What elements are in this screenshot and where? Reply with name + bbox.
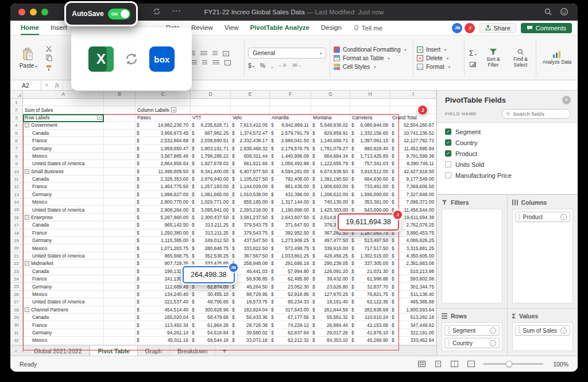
autosum-button[interactable]: Σ▾ [469,49,476,57]
grid-cell[interactable]: $513,497.50 [350,237,390,244]
sheet-tab-breakdown[interactable]: Breakdown [170,346,216,356]
grid-cell[interactable] [191,99,231,106]
column-header-a[interactable]: A [23,91,104,98]
grid-cell[interactable] [23,99,104,106]
comma-format-button[interactable]: , [271,62,273,69]
grid-cell[interactable]: $41,876.10 [350,329,390,337]
grid-cell[interactable] [104,198,136,206]
grid-cell[interactable]: $1,144,029.00 [231,183,270,190]
grid-cell[interactable]: $23,626.80 [311,283,350,290]
grid-cell[interactable]: Germany [23,237,104,244]
row-header-12[interactable]: 12 [10,183,22,190]
grid-cell[interactable]: $9,942,899.11 [270,122,311,129]
grid-cell[interactable]: $1,250,380.00 [136,229,191,237]
grid-cell[interactable]: $112,689.45 [136,283,191,290]
grid-cell[interactable]: $2,908,284.00 [136,206,191,213]
grid-cell[interactable]: Amarilla [270,114,311,122]
column-header-f[interactable]: F [270,91,311,98]
grid-cell[interactable]: $1,713,425.85 [350,153,390,160]
grid-cell[interactable]: $1,791,079.27 [311,145,350,152]
grid-cell[interactable]: $40,269.90 [350,337,390,344]
grid-cell[interactable] [104,306,136,314]
grid-cell[interactable]: $127,970.25 [311,291,350,298]
grid-cell[interactable]: $661,621.65 [231,160,270,167]
grid-cell[interactable]: $1,273,906.25 [270,237,311,244]
align-right-icon[interactable] [212,60,219,65]
grid-cell[interactable]: $4,086,826.25 [390,237,436,244]
grid-cell[interactable] [104,206,136,213]
grid-cell[interactable]: $907,729.35 [136,260,191,267]
checkbox-icon[interactable] [445,161,451,167]
grid-cell[interactable]: $1,056,492.98 [270,160,311,167]
grid-cell[interactable]: VTT [191,114,231,122]
grid-cell[interactable] [104,191,136,198]
grid-cell[interactable]: $7,813,422.05 [231,122,270,129]
page-break-view-icon[interactable] [451,361,458,367]
grid-cell[interactable]: $337,305.00 [350,260,390,267]
row-header-10[interactable]: 10 [10,168,22,176]
normal-view-icon[interactable] [418,361,425,367]
grid-cell[interactable]: $134,240.40 [136,291,191,298]
grid-cell[interactable] [104,153,136,160]
select-all-corner[interactable] [10,91,23,98]
zoom-level[interactable]: 100% [551,361,568,368]
grid-cell[interactable]: $1,257,183.00 [191,183,231,190]
add-sheet-button[interactable]: + [215,346,233,356]
grid-cell[interactable]: $33,072.18 [231,337,270,344]
grid-cell[interactable]: France [23,183,104,190]
column-header-c[interactable]: C [136,91,191,98]
grid-cell[interactable]: $347,449.62 [390,321,436,329]
grid-cell[interactable]: $25,112.10 [231,345,270,346]
grid-cell[interactable]: $46,264.50 [231,283,270,290]
grid-cell[interactable] [231,99,270,106]
grid-cell[interactable] [104,244,136,252]
grid-cell[interactable]: $29,017.26 [311,329,350,337]
grid-cell[interactable]: $353,391.00 [350,198,390,206]
row-header-18[interactable]: 18 [10,229,22,237]
grid-cell[interactable]: $62,212.32 [270,337,311,344]
grid-cell[interactable]: −Small Business [23,168,104,176]
search-fields-box[interactable] [502,109,571,119]
field-chip-product[interactable]: Producti [515,212,571,222]
row-header-14[interactable]: 14 [10,198,22,206]
format-as-table-button[interactable]: Format as Table▾ [334,55,409,61]
grid-cell[interactable]: $284,208.00 [390,345,436,346]
grid-cell[interactable]: $1,208,622.00 [311,191,350,198]
grid-cell[interactable]: $606,321.44 [231,153,270,160]
insert-cells-button[interactable]: + Insert▾ [417,46,461,53]
find-select-button[interactable]: Find & Select [509,48,532,68]
grid-cell[interactable]: $66,028.44 [311,345,350,346]
grid-cell[interactable] [390,99,436,106]
grid-cell[interactable]: $2,332,438.17 [231,137,270,145]
zoom-slider[interactable] [483,363,543,365]
checkbox-icon[interactable]: ✓ [445,139,451,146]
field-row-units-sold[interactable]: Units Sold [437,159,578,170]
grid-cell[interactable]: $14,882,230.70 [136,122,191,129]
grid-cell[interactable]: $1,033,861.25 [270,252,311,260]
row-header-3[interactable]: 3 [10,114,22,122]
grid-cell[interactable]: $572,498.75 [270,244,311,252]
grid-cell[interactable]: $1,425,303.00 [311,206,350,213]
grid-cell[interactable] [104,252,136,260]
grid-cell[interactable]: $165,020.04 [136,314,191,321]
grid-cell[interactable]: Montana [311,114,350,122]
grid-cell[interactable]: $1,998,627.00 [136,191,191,198]
row-header-4[interactable]: 4 [10,122,22,129]
grid-cell[interactable]: $333,822.50 [231,244,270,252]
grid-cell[interactable] [104,99,136,106]
grid-cell[interactable]: United States of America [23,206,104,213]
grid-cell[interactable]: United States of America [23,252,104,260]
grid-cell[interactable] [270,106,311,114]
grid-cell[interactable]: $1,374,572.47 [231,130,270,137]
analyze-data-button[interactable]: Analyze Data [541,50,573,65]
grid-cell[interactable] [104,237,136,244]
grid-cell[interactable]: Carretera [350,114,390,122]
merge-center-icon[interactable]: ↔ [225,60,231,65]
autosave-toggle[interactable]: ON [108,9,130,20]
filters-dropzone[interactable] [442,209,502,303]
grid-cell[interactable]: $1,332,156.65 [350,130,390,137]
info-icon[interactable]: i [560,328,567,334]
grid-cell[interactable]: $4,594,281.00 [270,168,311,176]
row-header-17[interactable]: 17 [10,221,22,229]
share-button[interactable]: Share [479,23,516,33]
